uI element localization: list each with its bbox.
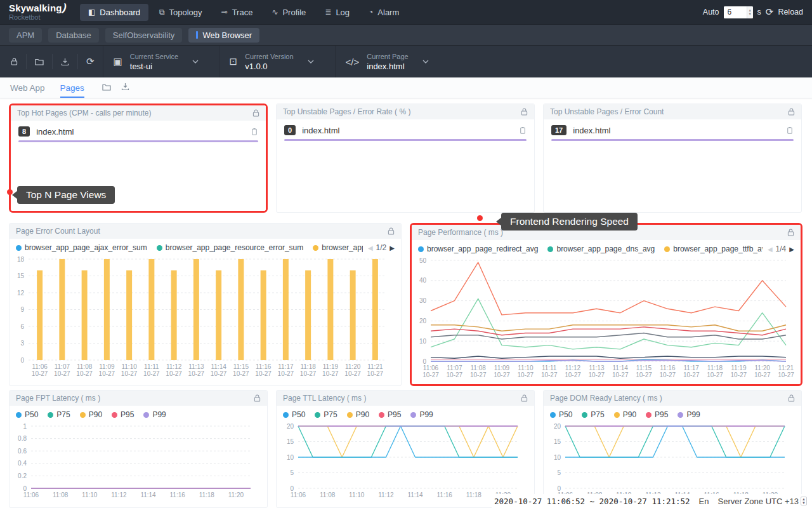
language-toggle[interactable]: En [699, 497, 709, 506]
card-title: Page TTL Latency ( ms ) [283, 394, 521, 403]
legend-item[interactable]: P99 [410, 410, 433, 419]
card-title: Page DOM Ready Latency ( ms ) [550, 394, 788, 403]
chart-legend: browser_app_page_ajax_error_sumbrowser_a… [10, 239, 401, 254]
auto-stepper[interactable]: ▲▼ [747, 6, 753, 18]
legend-dot [547, 246, 553, 252]
auto-reload-input[interactable]: ▲▼ [724, 6, 753, 18]
reload-button[interactable]: Reload [778, 8, 803, 17]
legend-item[interactable]: browser_app_page_ttfb_avg [664, 244, 763, 253]
legend-item[interactable]: P50 [550, 410, 572, 419]
svg-text:11:1210-27: 11:1210-27 [565, 364, 581, 378]
svg-text:12: 12 [17, 290, 25, 297]
card-header: Page Error Count Layout [10, 224, 401, 239]
legend-item[interactable]: browser_app_page_js_error_sum [313, 243, 363, 252]
current-page-selector[interactable]: </>Current Pageindex.html [335, 46, 451, 77]
app-logo[interactable]: Skywalking) Rocketbot [9, 3, 70, 21]
nav-item-trace[interactable]: ⊸Trace [213, 4, 261, 21]
legend-prev-button[interactable]: ◀ [768, 246, 773, 253]
svg-text:11:16: 11:16 [437, 491, 453, 498]
legend-item[interactable]: browser_app_page_dns_avg [547, 244, 655, 253]
app-title: Skywalking [9, 3, 62, 13]
time-range-picker[interactable]: 2020-10-27 11:06:52 ~ 2020-10-27 11:21:5… [494, 497, 690, 506]
tab-database[interactable]: Database [48, 28, 99, 43]
legend-item[interactable]: P90 [80, 410, 102, 419]
legend-dot [678, 412, 683, 418]
legend-item[interactable]: P75 [582, 410, 604, 419]
chart-legend: browser_app_page_redirect_avgbrowser_app… [412, 240, 801, 255]
refresh-button[interactable]: ⟳ [78, 54, 103, 69]
legend-item[interactable]: P90 [347, 410, 369, 419]
page-subtabs: Web AppPages [0, 77, 812, 98]
value-badge: 8 [18, 126, 30, 137]
svg-text:11:08: 11:08 [320, 491, 336, 498]
tab-selfobservability[interactable]: SelfObservability [105, 28, 183, 43]
legend-dot [157, 245, 162, 251]
reload-icon[interactable]: ⟳ [766, 6, 774, 18]
svg-text:11:0710-27: 11:0710-27 [54, 363, 70, 377]
svg-text:11:1010-27: 11:1010-27 [518, 364, 534, 378]
lock-button[interactable] [388, 227, 395, 235]
lock-button[interactable] [3, 54, 27, 69]
subtab-web-app[interactable]: Web App [10, 77, 45, 98]
legend-item[interactable]: P95 [646, 410, 668, 419]
zone-stepper[interactable]: ▲▼ [801, 497, 807, 505]
download-button[interactable] [53, 54, 78, 69]
server-zone-control: Server Zone UTC +13 ▲▼ [718, 497, 808, 506]
legend-item[interactable]: P50 [16, 410, 38, 419]
legend-prev-button[interactable]: ◀ [368, 244, 373, 251]
current-version-selector[interactable]: ⊡Current Versionv1.0.0 [219, 46, 335, 77]
tab-web-browser[interactable]: Web Browser [188, 28, 259, 43]
nav-item-topology[interactable]: ⧉Topology [151, 4, 211, 21]
legend-dot [315, 412, 320, 418]
copy-button[interactable] [786, 126, 794, 135]
legend-item[interactable]: browser_app_page_resource_error_sum [157, 243, 303, 252]
lock-button[interactable] [788, 108, 795, 116]
active-tab-bar [196, 31, 198, 39]
nav-item-alarm[interactable]: ◔Alarm [360, 4, 407, 21]
context-toolbar: ⟳ ▣Current Servicetest-ui⊡Current Versio… [0, 45, 812, 77]
legend-next-button[interactable]: ▶ [789, 246, 794, 253]
auto-seconds-field[interactable] [724, 6, 747, 18]
lock-button[interactable] [252, 109, 259, 117]
legend-item[interactable]: P95 [112, 410, 134, 419]
card-title: Page FPT Latency ( ms ) [16, 394, 254, 403]
card-page-fpt-latency: Page FPT Latency ( ms ) P50P75P90P95P99 … [9, 390, 268, 508]
copy-button[interactable] [251, 128, 258, 136]
legend-next-button[interactable]: ▶ [390, 244, 395, 251]
legend-item[interactable]: P50 [283, 410, 305, 419]
subtab-pages[interactable]: Pages [60, 77, 84, 98]
page-error-count-chart: 036912151811:0610-2711:0710-2711:0810-27… [12, 254, 395, 384]
download-button[interactable] [121, 82, 129, 93]
legend-item[interactable]: browser_app_page_redirect_avg [418, 244, 538, 253]
svg-text:6: 6 [20, 323, 24, 330]
legend-item[interactable]: P99 [143, 410, 166, 419]
card-header: Page TTL Latency ( ms ) [277, 391, 534, 406]
svg-text:11:16: 11:16 [170, 491, 186, 498]
svg-text:11:12: 11:12 [111, 491, 127, 498]
legend-item[interactable]: P95 [379, 410, 401, 419]
footer-bar: 2020-10-27 11:06:52 ~ 2020-10-27 11:21:5… [492, 494, 809, 508]
svg-text:11:1610-27: 11:1610-27 [255, 363, 272, 377]
legend-item[interactable]: P90 [614, 410, 636, 419]
nav-item-profile[interactable]: ∿Profile [263, 4, 314, 21]
legend-item[interactable]: P75 [315, 410, 337, 419]
main-menu: ◧Dashboard⧉Topology⊸Trace∿Profile≣Log◔Al… [80, 4, 407, 21]
copy-button[interactable] [519, 126, 527, 135]
lock-button[interactable] [521, 108, 528, 116]
folder-button[interactable] [102, 82, 111, 93]
chart-legend: P50P75P90P95P99 [544, 406, 801, 421]
legend-item[interactable]: P99 [678, 410, 700, 419]
lock-button[interactable] [254, 394, 261, 402]
svg-text:11:2110-27: 11:2110-27 [367, 363, 384, 377]
lock-button[interactable] [521, 394, 528, 402]
nav-item-log[interactable]: ≣Log [317, 4, 358, 21]
lock-button[interactable] [787, 229, 794, 236]
legend-item[interactable]: P75 [48, 410, 70, 419]
nav-item-dashboard[interactable]: ◧Dashboard [80, 4, 148, 21]
svg-text:15: 15 [17, 272, 25, 279]
current-service-selector[interactable]: ▣Current Servicetest-ui [103, 46, 219, 77]
legend-item[interactable]: browser_app_page_ajax_error_sum [16, 243, 147, 252]
tab-apm[interactable]: APM [9, 28, 42, 43]
lock-button[interactable] [788, 394, 795, 402]
folder-button[interactable] [27, 54, 53, 69]
